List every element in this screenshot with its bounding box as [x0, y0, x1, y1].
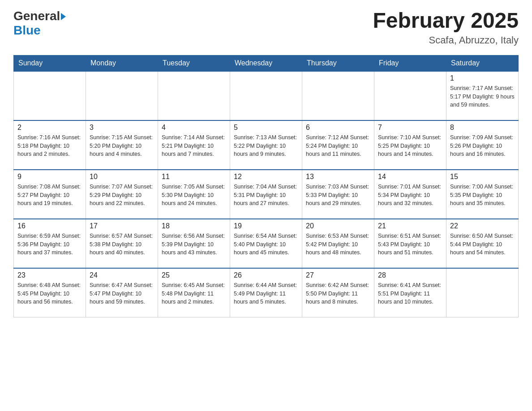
- week-row: 1Sunrise: 7:17 AM Sunset: 5:17 PM Daylig…: [14, 71, 519, 120]
- day-info: Sunrise: 6:48 AM Sunset: 5:45 PM Dayligh…: [17, 281, 82, 306]
- calendar-cell: 17Sunrise: 6:57 AM Sunset: 5:38 PM Dayli…: [86, 219, 158, 268]
- day-info: Sunrise: 6:54 AM Sunset: 5:40 PM Dayligh…: [234, 232, 298, 257]
- day-info: Sunrise: 7:08 AM Sunset: 5:27 PM Dayligh…: [17, 183, 82, 208]
- calendar-cell: [14, 71, 86, 120]
- calendar-day-header: Saturday: [446, 55, 519, 71]
- day-number: 3: [90, 124, 154, 132]
- day-info: Sunrise: 6:53 AM Sunset: 5:42 PM Dayligh…: [306, 232, 370, 257]
- day-info: Sunrise: 6:47 AM Sunset: 5:47 PM Dayligh…: [90, 281, 154, 306]
- logo-blue-text: Blue: [13, 23, 41, 38]
- day-number: 21: [378, 222, 442, 230]
- day-number: 22: [450, 222, 515, 230]
- calendar-day-header: Sunday: [14, 55, 86, 71]
- calendar-cell: 21Sunrise: 6:51 AM Sunset: 5:43 PM Dayli…: [374, 219, 446, 268]
- calendar-cell: 26Sunrise: 6:44 AM Sunset: 5:49 PM Dayli…: [230, 268, 302, 317]
- day-number: 1: [450, 74, 515, 82]
- calendar-day-header: Friday: [374, 55, 446, 71]
- day-number: 11: [162, 173, 226, 181]
- day-number: 19: [234, 222, 298, 230]
- day-info: Sunrise: 6:57 AM Sunset: 5:38 PM Dayligh…: [90, 232, 154, 257]
- week-row: 23Sunrise: 6:48 AM Sunset: 5:45 PM Dayli…: [14, 268, 519, 317]
- day-number: 16: [17, 222, 82, 230]
- day-number: 26: [234, 271, 298, 279]
- day-number: 28: [378, 271, 442, 279]
- day-info: Sunrise: 6:59 AM Sunset: 5:36 PM Dayligh…: [17, 232, 82, 257]
- day-number: 27: [306, 271, 370, 279]
- day-number: 4: [162, 124, 226, 132]
- calendar-cell: 25Sunrise: 6:45 AM Sunset: 5:48 PM Dayli…: [158, 268, 230, 317]
- calendar-cell: 23Sunrise: 6:48 AM Sunset: 5:45 PM Dayli…: [14, 268, 86, 317]
- day-info: Sunrise: 7:07 AM Sunset: 5:29 PM Dayligh…: [90, 183, 154, 208]
- day-number: 6: [306, 124, 370, 132]
- day-info: Sunrise: 6:41 AM Sunset: 5:51 PM Dayligh…: [378, 281, 442, 306]
- calendar-cell: 24Sunrise: 6:47 AM Sunset: 5:47 PM Dayli…: [86, 268, 158, 317]
- page-header: General Blue February 2025 Scafa, Abruzz…: [13, 9, 519, 46]
- calendar-cell: [158, 71, 230, 120]
- calendar-table: SundayMondayTuesdayWednesdayThursdayFrid…: [13, 55, 519, 318]
- calendar-subtitle: Scafa, Abruzzo, Italy: [373, 34, 519, 46]
- calendar-day-header: Wednesday: [230, 55, 302, 71]
- day-info: Sunrise: 6:56 AM Sunset: 5:39 PM Dayligh…: [162, 232, 226, 257]
- day-info: Sunrise: 7:00 AM Sunset: 5:35 PM Dayligh…: [450, 183, 515, 208]
- calendar-cell: [86, 71, 158, 120]
- calendar-cell: 19Sunrise: 6:54 AM Sunset: 5:40 PM Dayli…: [230, 219, 302, 268]
- day-number: 24: [90, 271, 154, 279]
- day-number: 8: [450, 124, 515, 132]
- day-number: 13: [306, 173, 370, 181]
- day-number: 9: [17, 173, 82, 181]
- calendar-cell: 8Sunrise: 7:09 AM Sunset: 5:26 PM Daylig…: [446, 120, 519, 170]
- calendar-day-header: Thursday: [302, 55, 374, 71]
- calendar-cell: 15Sunrise: 7:00 AM Sunset: 5:35 PM Dayli…: [446, 170, 519, 219]
- calendar-title: February 2025: [373, 9, 519, 33]
- calendar-cell: 9Sunrise: 7:08 AM Sunset: 5:27 PM Daylig…: [14, 170, 86, 219]
- week-row: 9Sunrise: 7:08 AM Sunset: 5:27 PM Daylig…: [14, 170, 519, 219]
- calendar-cell: 4Sunrise: 7:14 AM Sunset: 5:21 PM Daylig…: [158, 120, 230, 170]
- day-info: Sunrise: 7:16 AM Sunset: 5:18 PM Dayligh…: [17, 133, 82, 158]
- day-info: Sunrise: 7:09 AM Sunset: 5:26 PM Dayligh…: [450, 133, 515, 158]
- day-number: 25: [162, 271, 226, 279]
- day-info: Sunrise: 6:45 AM Sunset: 5:48 PM Dayligh…: [162, 281, 226, 306]
- calendar-cell: 14Sunrise: 7:01 AM Sunset: 5:34 PM Dayli…: [374, 170, 446, 219]
- week-row: 16Sunrise: 6:59 AM Sunset: 5:36 PM Dayli…: [14, 219, 519, 268]
- day-info: Sunrise: 7:17 AM Sunset: 5:17 PM Dayligh…: [450, 84, 515, 109]
- calendar-cell: 1Sunrise: 7:17 AM Sunset: 5:17 PM Daylig…: [446, 71, 519, 120]
- day-number: 15: [450, 173, 515, 181]
- calendar-cell: 6Sunrise: 7:12 AM Sunset: 5:24 PM Daylig…: [302, 120, 374, 170]
- day-info: Sunrise: 7:01 AM Sunset: 5:34 PM Dayligh…: [378, 183, 442, 208]
- day-number: 14: [378, 173, 442, 181]
- day-info: Sunrise: 7:04 AM Sunset: 5:31 PM Dayligh…: [234, 183, 298, 208]
- day-number: 7: [378, 124, 442, 132]
- day-info: Sunrise: 7:14 AM Sunset: 5:21 PM Dayligh…: [162, 133, 226, 158]
- day-number: 20: [306, 222, 370, 230]
- day-info: Sunrise: 7:12 AM Sunset: 5:24 PM Dayligh…: [306, 133, 370, 158]
- day-info: Sunrise: 6:50 AM Sunset: 5:44 PM Dayligh…: [450, 232, 515, 257]
- week-row: 2Sunrise: 7:16 AM Sunset: 5:18 PM Daylig…: [14, 120, 519, 170]
- calendar-cell: 12Sunrise: 7:04 AM Sunset: 5:31 PM Dayli…: [230, 170, 302, 219]
- day-number: 23: [17, 271, 82, 279]
- day-info: Sunrise: 7:03 AM Sunset: 5:33 PM Dayligh…: [306, 183, 370, 208]
- day-info: Sunrise: 7:10 AM Sunset: 5:25 PM Dayligh…: [378, 133, 442, 158]
- calendar-cell: 11Sunrise: 7:05 AM Sunset: 5:30 PM Dayli…: [158, 170, 230, 219]
- calendar-cell: 18Sunrise: 6:56 AM Sunset: 5:39 PM Dayli…: [158, 219, 230, 268]
- calendar-cell: [446, 268, 519, 317]
- calendar-cell: 7Sunrise: 7:10 AM Sunset: 5:25 PM Daylig…: [374, 120, 446, 170]
- logo: General Blue: [13, 9, 66, 38]
- calendar-cell: 22Sunrise: 6:50 AM Sunset: 5:44 PM Dayli…: [446, 219, 519, 268]
- day-number: 10: [90, 173, 154, 181]
- day-number: 17: [90, 222, 154, 230]
- calendar-cell: 16Sunrise: 6:59 AM Sunset: 5:36 PM Dayli…: [14, 219, 86, 268]
- calendar-cell: 10Sunrise: 7:07 AM Sunset: 5:29 PM Dayli…: [86, 170, 158, 219]
- calendar-cell: [302, 71, 374, 120]
- calendar-cell: 5Sunrise: 7:13 AM Sunset: 5:22 PM Daylig…: [230, 120, 302, 170]
- calendar-day-header: Monday: [86, 55, 158, 71]
- calendar-header-row: SundayMondayTuesdayWednesdayThursdayFrid…: [14, 55, 519, 71]
- calendar-cell: [230, 71, 302, 120]
- day-number: 12: [234, 173, 298, 181]
- day-number: 2: [17, 124, 82, 132]
- day-info: Sunrise: 6:42 AM Sunset: 5:50 PM Dayligh…: [306, 281, 370, 306]
- day-info: Sunrise: 7:13 AM Sunset: 5:22 PM Dayligh…: [234, 133, 298, 158]
- calendar-cell: [374, 71, 446, 120]
- calendar-cell: 28Sunrise: 6:41 AM Sunset: 5:51 PM Dayli…: [374, 268, 446, 317]
- title-area: February 2025 Scafa, Abruzzo, Italy: [373, 9, 519, 46]
- calendar-cell: 13Sunrise: 7:03 AM Sunset: 5:33 PM Dayli…: [302, 170, 374, 219]
